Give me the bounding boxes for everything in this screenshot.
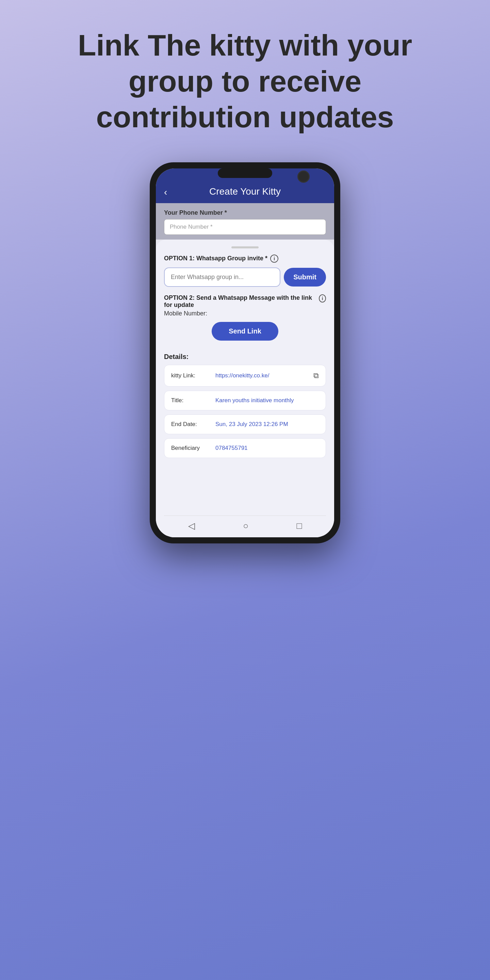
- bottom-nav: ◁ ○ □: [164, 515, 326, 537]
- hero-title: Link The kitty with your group to receiv…: [41, 27, 449, 135]
- detail-value-title: Karen youths initiative monthly: [215, 397, 319, 404]
- phone-screen: ‹ Create Your Kitty Your Phone Number * …: [156, 169, 334, 537]
- detail-key-title: Title:: [171, 397, 215, 404]
- option1-info-icon[interactable]: i: [270, 255, 278, 263]
- detail-card-end-date: End Date: Sun, 23 July 2023 12:26 PM: [164, 414, 326, 434]
- copy-icon[interactable]: ⧉: [313, 371, 319, 380]
- detail-key-kitty-link: kitty Link:: [171, 372, 215, 379]
- mobile-number-label: Mobile Number:: [164, 310, 326, 317]
- page-title: Create Your Kitty: [209, 186, 281, 197]
- hero-section: Link The kitty with your group to receiv…: [0, 0, 490, 156]
- detail-card-beneficiary: Beneficiary 0784755791: [164, 438, 326, 458]
- phone-notch: [218, 169, 272, 178]
- detail-key-beneficiary: Beneficiary: [171, 445, 215, 452]
- modal-sheet: OPTION 1: Whatsapp Group invite * i Subm…: [156, 240, 334, 537]
- phone-wrapper: ‹ Create Your Kitty Your Phone Number * …: [150, 162, 340, 543]
- detail-key-end-date: End Date:: [171, 421, 215, 428]
- option2-label: OPTION 2: Send a Whatsapp Message with t…: [164, 294, 326, 309]
- details-label: Details:: [164, 353, 326, 361]
- phone-frame: ‹ Create Your Kitty Your Phone Number * …: [150, 162, 340, 543]
- back-button[interactable]: ‹: [164, 187, 167, 198]
- detail-value-end-date: Sun, 23 July 2023 12:26 PM: [215, 421, 319, 428]
- phone-number-input[interactable]: Phone Number *: [164, 219, 326, 235]
- option1-input-row: Submit: [164, 267, 326, 287]
- detail-card-title: Title: Karen youths initiative monthly: [164, 391, 326, 410]
- option2-block: OPTION 2: Send a Whatsapp Message with t…: [164, 294, 326, 340]
- phone-number-section: Your Phone Number * Phone Number *: [156, 203, 334, 240]
- nav-home-icon[interactable]: ○: [243, 520, 248, 531]
- whatsapp-group-input[interactable]: [164, 267, 280, 287]
- detail-card-kitty-link: kitty Link: https://onekitty.co.ke/ ⧉: [164, 365, 326, 387]
- nav-back-icon[interactable]: ◁: [188, 520, 195, 531]
- detail-value-beneficiary: 0784755791: [215, 445, 319, 452]
- nav-recent-icon[interactable]: □: [297, 520, 302, 531]
- option1-label: OPTION 1: Whatsapp Group invite * i: [164, 255, 326, 263]
- submit-button[interactable]: Submit: [284, 268, 326, 286]
- send-link-button[interactable]: Send Link: [212, 322, 278, 340]
- detail-value-kitty-link: https://onekitty.co.ke/: [215, 372, 311, 379]
- option2-info-icon[interactable]: i: [319, 294, 326, 302]
- phone-number-label: Your Phone Number *: [164, 209, 326, 216]
- modal-handle: [231, 247, 259, 248]
- camera-icon: [298, 170, 310, 183]
